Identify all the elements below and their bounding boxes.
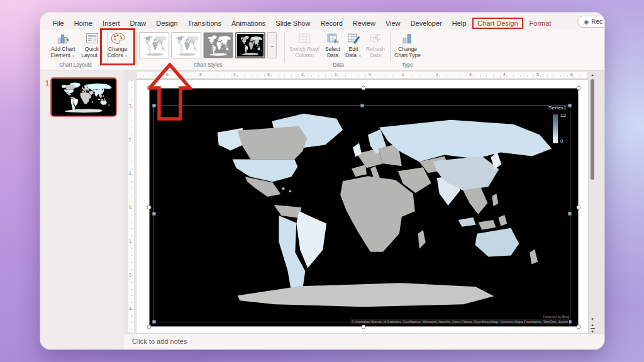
map-attribution: Powered by Bing © Australian Bureau of S… [350,315,569,324]
vertical-ruler: 3 2 1 0 1 2 3 [127,80,135,333]
tab-developer[interactable]: Developer [406,18,447,29]
legend-max-value: 12 [560,112,566,118]
vertical-scrollbar[interactable]: ▲ [589,72,596,324]
legend-gradient-bar [553,114,558,143]
selection-handle[interactable] [577,86,581,90]
plot-handle[interactable] [153,321,156,324]
ribbon: Add Chart Element⌄ Quick Layout⌄ Chart L… [40,29,604,70]
plot-handle[interactable] [153,212,156,216]
slide-number: 1 [45,79,49,87]
change-chart-type-icon [401,31,414,46]
chevron-down-icon: ⌄ [72,53,75,57]
map-credits-text: © Australian Bureau of Statistics, GeoNa… [350,319,569,324]
quick-layout-icon [86,31,99,46]
selection-handle[interactable] [362,86,366,90]
record-button[interactable]: ◉ Rec [577,16,604,28]
chart-layouts-group-label: Chart Layouts [45,62,106,68]
ribbon-tab-bar: File Home Insert Draw Design Transitions… [48,16,556,30]
change-colors-button[interactable]: Change Colors⌄ [103,31,132,67]
scroll-down-icon[interactable]: ▼ [591,317,594,322]
legend-min-value: 0 [560,138,563,144]
add-chart-element-icon [57,31,70,46]
slide-canvas[interactable]: Series1 12 0 Powered by Bing © Australia… [136,80,588,333]
desktop-background: File Home Insert Draw Design Transitions… [0,0,644,362]
tab-draw[interactable]: Draw [125,18,152,29]
tab-review[interactable]: Review [348,18,380,29]
chevron-down-icon: ⌄ [358,53,362,57]
selection-handle[interactable] [577,206,581,210]
plot-area-border [153,105,570,322]
tab-record[interactable]: Record [315,18,347,29]
powered-by-bing-label: Powered by Bing [350,315,569,319]
plot-handle[interactable] [153,104,156,107]
selection-handle[interactable] [147,325,152,329]
edit-data-icon [347,31,360,46]
horizontal-ruler: 6 5 4 3 2 1 0 1 2 3 4 5 6 [136,71,587,79]
slide-thumbnail-panel: 1 [40,70,123,349]
refresh-data-icon [369,31,382,46]
plot-handle[interactable] [569,212,572,216]
tab-animations[interactable]: Animations [226,18,270,29]
slide-1-thumbnail[interactable] [50,77,117,117]
group-divider [136,32,136,62]
chart-styles-group-label: Chart Styles [139,62,277,68]
selection-handle[interactable] [577,325,581,329]
tab-design[interactable]: Design [151,18,182,29]
chart-styles-more-button[interactable]: ⌄ [267,32,277,58]
group-divider [390,32,391,62]
palette-icon [111,31,125,46]
tab-help[interactable]: Help [447,18,472,29]
type-group-label: Type [388,62,427,68]
tab-slide-show[interactable]: Slide Show [270,18,315,29]
chart-legend[interactable]: Series1 12 0 [548,105,577,111]
powerpoint-window: File Home Insert Draw Design Transitions… [40,13,604,349]
notes-placeholder: Click to add notes [124,334,604,345]
group-divider [284,32,285,62]
selection-handle[interactable] [362,325,366,329]
scroll-up-icon[interactable]: ▲ [589,72,596,78]
data-group-label: Data [289,62,387,68]
selection-handle[interactable] [147,206,152,210]
tab-file[interactable]: File [48,18,69,29]
record-icon: ◉ [584,19,589,25]
map-chart[interactable]: Series1 12 0 Powered by Bing © Australia… [149,88,579,327]
tab-transitions[interactable]: Transitions [183,18,226,29]
gallery-more-icon: ⌄ [270,43,274,48]
switch-row-column-icon [298,31,311,46]
tab-view[interactable]: View [380,18,406,29]
chevron-down-icon: ⌄ [124,53,128,57]
slide-nav-divider [591,328,595,329]
previous-slide-button[interactable]: ▲ [591,322,594,327]
chart-style-2-thumbnail[interactable] [171,32,201,58]
chart-style-1-thumbnail[interactable] [139,32,169,58]
tab-home[interactable]: Home [69,18,97,29]
notes-pane[interactable]: Click to add notes [124,333,604,349]
tab-insert[interactable]: Insert [97,18,125,29]
selection-handle[interactable] [147,86,152,90]
tab-chart-design[interactable]: Chart Design [472,18,523,29]
scrollbar-thumb[interactable] [591,79,594,180]
legend-title: Series1 [548,105,577,111]
chevron-down-icon: ⌄ [99,53,103,57]
chart-style-4-thumbnail-selected[interactable] [235,32,265,58]
plot-handle[interactable] [360,104,364,107]
tab-format[interactable]: Format [525,18,557,29]
select-data-icon [326,31,340,46]
chart-style-3-thumbnail[interactable] [203,32,233,58]
